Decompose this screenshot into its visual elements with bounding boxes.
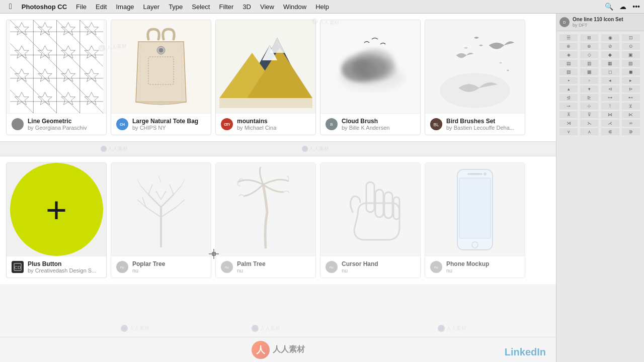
card-avatar-mountains: CITY <box>221 118 233 130</box>
tote-bag-svg <box>126 24 196 110</box>
svg-line-70 <box>161 191 166 200</box>
card-bird-brushes[interactable]: BL Bird Brushes Set by Bastien Lecouffe … <box>425 20 525 135</box>
card-author-cursor-hand: nu <box>342 267 415 274</box>
card-text-bird-brushes: Bird Brushes Set by Bastien Lecouffe Deh… <box>446 118 520 131</box>
icon-cell: ◼ <box>622 68 640 75</box>
plus-avatar-icon: CD <box>12 261 24 273</box>
cursor-hand-svg <box>340 167 400 252</box>
center-watermark-logo: 人 人人素材 <box>252 341 305 359</box>
bottom-wm-3: M 人人素材 <box>438 325 466 332</box>
card-poplar-tree[interactable]: nu Poplar Tree nu <box>111 162 211 278</box>
icon-cell: ▤ <box>559 60 578 67</box>
card-avatar-cursor-hand: nu <box>326 261 338 273</box>
icon-cell: ⋊ <box>559 120 578 127</box>
plus-icon: + <box>46 192 67 228</box>
card-image-cursor-hand <box>320 163 420 256</box>
icon-cell: ◈ <box>559 51 578 58</box>
menu-edit[interactable]: Edit <box>91 2 111 12</box>
search-icon[interactable]: 🔍 <box>605 3 613 11</box>
card-tote-bag[interactable]: CH Large Natural Tote Bag by CHIPS NY <box>111 20 211 135</box>
svg-point-82 <box>484 172 487 175</box>
icon-cell: ◆ <box>601 51 619 58</box>
icon-cell: ⋐ <box>601 128 619 135</box>
menu-3d[interactable]: 3D <box>238 2 256 12</box>
icon-cell: ▩ <box>580 68 598 75</box>
card-info-cloud-brush: B Cloud Brush by Bille K Andersen <box>320 113 420 135</box>
icon-cell: ⊳ <box>622 85 640 93</box>
icon-cell: ◉ <box>601 34 619 41</box>
svg-point-33 <box>159 48 163 52</box>
icon-cell: ⋈ <box>601 111 619 118</box>
icon-cell: ⊶ <box>601 94 619 101</box>
card-cursor-hand[interactable]: nu Cursor Hand nu <box>320 162 421 278</box>
svg-line-71 <box>137 179 141 186</box>
menu-select[interactable]: Select <box>187 2 214 12</box>
menu-view[interactable]: View <box>256 2 279 12</box>
svg-line-62 <box>141 186 148 195</box>
card-text-cursor-hand: Cursor Hand nu <box>342 260 415 274</box>
card-palm-tree[interactable]: nu Palm Tree nu <box>215 162 316 278</box>
icon-cell: ⋋ <box>580 120 598 127</box>
icon-cell: ⋎ <box>559 128 578 135</box>
card-info-bird-brushes: BL Bird Brushes Set by Bastien Lecouffe … <box>425 113 525 135</box>
menu-layer[interactable]: Layer <box>139 2 165 12</box>
icon-cell: ⋑ <box>622 128 640 135</box>
right-panel-title-area: One line 110 Icon Set by DFT <box>573 17 623 28</box>
watermark-logo-text: 人人素材 <box>273 344 305 355</box>
poplar-tree-svg <box>128 167 194 252</box>
icon-cell: ◂ <box>601 77 619 84</box>
menu-type[interactable]: Type <box>164 2 187 12</box>
card-info-poplar-tree: nu Poplar Tree nu <box>111 256 211 278</box>
menu-image[interactable]: Image <box>111 2 138 12</box>
creative-cloud-icon[interactable]: ☁ <box>619 3 626 11</box>
svg-rect-79 <box>459 178 491 238</box>
card-info-line-geometric: Line Geometric by Georgiana Paraschiv <box>7 113 106 135</box>
watermark-circle-icon: 人 <box>252 341 270 359</box>
icon-cell: ▥ <box>580 60 598 67</box>
bottom-wm-1: M 人人素材 <box>121 325 149 332</box>
icon-cell: ▨ <box>559 68 578 75</box>
card-title-palm-tree: Palm Tree <box>237 260 310 267</box>
menu-filter[interactable]: Filter <box>214 2 238 12</box>
card-avatar-poplar-tree: nu <box>116 261 128 273</box>
card-image-phone-mockup <box>425 163 525 256</box>
icon-cell: ⊻ <box>622 103 640 110</box>
mountains-svg <box>219 25 312 108</box>
card-image-bird-brushes <box>425 20 525 113</box>
menu-help[interactable]: Help <box>311 2 334 12</box>
card-cloud-brush[interactable]: B Cloud Brush by Bille K Andersen <box>320 20 421 135</box>
plus-button-visual: + <box>10 163 103 256</box>
card-title-cursor-hand: Cursor Hand <box>342 260 415 267</box>
card-avatar-tote-bag: CH <box>116 118 128 130</box>
icon-cell: ⊴ <box>559 94 578 101</box>
menu-file[interactable]: File <box>71 2 91 12</box>
svg-line-60 <box>146 207 161 217</box>
cloud-avatar-icon: B <box>328 120 336 128</box>
card-title-plus-button: Plus Button <box>28 260 101 267</box>
svg-line-63 <box>148 185 152 195</box>
menu-window[interactable]: Window <box>279 2 311 12</box>
card-text-line-geometric: Line Geometric by Georgiana Paraschiv <box>28 118 101 131</box>
card-phone-mockup[interactable]: nu Phone Mockup nu <box>425 162 525 278</box>
more-icon[interactable]: ••• <box>632 3 640 11</box>
phone-mockup-svg <box>452 167 498 252</box>
cloud-brush-svg <box>324 25 417 108</box>
card-avatar-palm-tree: nu <box>221 261 233 273</box>
card-plus-button[interactable]: + CD Plus Button b <box>6 162 107 278</box>
svg-point-48 <box>352 57 387 79</box>
card-title-bird-brushes: Bird Brushes Set <box>446 118 520 125</box>
card-author-line-geometric: by Georgiana Paraschiv <box>28 125 101 131</box>
icon-cell: ◻ <box>601 68 619 75</box>
apple-menu[interactable]:  <box>4 1 17 12</box>
app-name[interactable]: Photoshop CC <box>17 2 71 12</box>
svg-line-72 <box>181 179 185 186</box>
icon-cell: ▪ <box>559 77 578 84</box>
card-mountains[interactable]: CITY mountains by Michael Cina <box>215 20 316 135</box>
card-title-line-geometric: Line Geometric <box>28 118 101 125</box>
icon-cell: ⊲ <box>601 85 619 93</box>
card-image-line-geometric <box>7 20 106 113</box>
card-line-geometric[interactable]: Line Geometric by Georgiana Paraschiv <box>6 20 107 135</box>
icon-cell: ⋌ <box>601 120 619 127</box>
icon-cell: ⊺ <box>601 103 619 110</box>
menu-right-icons: 🔍 ☁ ••• <box>605 3 640 11</box>
